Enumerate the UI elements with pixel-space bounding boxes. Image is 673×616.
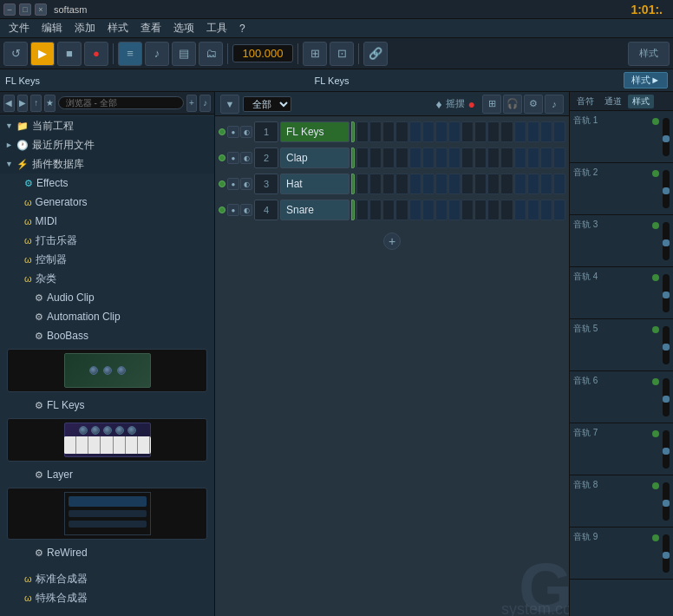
menu-edit[interactable]: 编辑: [36, 19, 68, 37]
step[interactable]: [487, 121, 500, 142]
step[interactable]: [540, 174, 552, 194]
loop-button[interactable]: ↺: [3, 42, 28, 66]
pattern-button[interactable]: ≡: [118, 42, 142, 66]
mixer-track-9-fader[interactable]: [663, 534, 670, 573]
menu-options[interactable]: 选项: [168, 19, 199, 37]
step[interactable]: [448, 147, 461, 168]
track-4-mute[interactable]: ●: [227, 204, 239, 216]
mixer-track-3-fader[interactable]: [663, 222, 670, 260]
track-2-name[interactable]: Clap: [280, 147, 350, 168]
style-button[interactable]: 样式: [628, 42, 670, 66]
step[interactable]: [356, 200, 369, 220]
record-button[interactable]: ●: [84, 42, 108, 66]
step[interactable]: [474, 200, 487, 220]
sidebar-item-plugin-db[interactable]: ▼ ⚡ 插件数据库: [0, 154, 214, 174]
step[interactable]: [461, 174, 474, 194]
menu-file[interactable]: 文件: [3, 19, 35, 37]
step[interactable]: [514, 121, 526, 142]
sidebar-item-drums[interactable]: ω 打击乐器: [0, 231, 214, 250]
sidebar-item-generators[interactable]: ω Generators: [0, 193, 214, 212]
mixer-track-8-fader[interactable]: [663, 482, 670, 521]
mixer-track-4-fader[interactable]: [663, 274, 670, 312]
sidebar-item-midi[interactable]: ω MIDI: [0, 212, 214, 231]
search-input[interactable]: [58, 96, 184, 109]
step[interactable]: [382, 200, 395, 220]
step[interactable]: [435, 200, 448, 220]
mixer-tab-notes[interactable]: 音符: [572, 95, 598, 108]
sidebar-back-button[interactable]: ◀: [3, 95, 15, 112]
step[interactable]: [527, 200, 539, 220]
step[interactable]: [435, 121, 448, 142]
mixer-track-6-fader[interactable]: [663, 378, 670, 416]
sidebar-item-automation-clip[interactable]: ⚙ Automation Clip: [0, 307, 214, 326]
sidebar-item-fl-keys[interactable]: ⚙ FL Keys: [0, 396, 214, 415]
seq-arrow-button[interactable]: ▼: [220, 95, 239, 114]
track-1-solo[interactable]: ◐: [240, 126, 252, 138]
step[interactable]: [369, 200, 382, 220]
mixer-track-7-fader[interactable]: [663, 430, 670, 469]
sidebar-item-ctrl[interactable]: ω 控制器: [0, 250, 214, 269]
step[interactable]: [356, 121, 369, 142]
stop-button[interactable]: ■: [57, 42, 82, 66]
track-3-name[interactable]: Hat: [280, 174, 350, 194]
mixer-button[interactable]: ▤: [172, 42, 196, 66]
play-button[interactable]: ▶: [30, 42, 55, 66]
track-1-name[interactable]: FL Keys ▌: [280, 121, 350, 142]
menu-help[interactable]: ?: [234, 21, 251, 36]
step[interactable]: [461, 200, 474, 220]
seq-grid-button[interactable]: ⊞: [482, 95, 501, 114]
step[interactable]: [500, 147, 513, 168]
step[interactable]: [461, 147, 474, 168]
step[interactable]: [553, 147, 565, 168]
step[interactable]: [409, 121, 421, 142]
mixer-track-2-fader[interactable]: [663, 170, 670, 208]
step[interactable]: [409, 147, 421, 168]
step[interactable]: [514, 147, 526, 168]
sidebar-item-std-synth[interactable]: ω 标准合成器: [0, 569, 214, 588]
sidebar-item-recent-files[interactable]: ► 🕐 最近所用文件: [0, 135, 214, 154]
step[interactable]: [409, 174, 421, 194]
step[interactable]: [553, 200, 565, 220]
sidebar-item-boobass[interactable]: ⚙ BooBass: [0, 326, 214, 345]
menu-view[interactable]: 查看: [135, 19, 167, 37]
mixer-tab-style[interactable]: 样式: [628, 95, 654, 108]
step[interactable]: [527, 121, 539, 142]
add-track-button[interactable]: +: [383, 233, 401, 250]
step[interactable]: [448, 200, 461, 220]
step[interactable]: [553, 174, 565, 194]
minimize-button[interactable]: –: [3, 3, 16, 16]
track-1-vol[interactable]: [351, 121, 355, 142]
step[interactable]: [395, 174, 408, 194]
step[interactable]: [514, 174, 526, 194]
step[interactable]: [540, 200, 552, 220]
step[interactable]: [487, 200, 500, 220]
step[interactable]: [369, 121, 382, 142]
step[interactable]: [514, 200, 526, 220]
track-2-vol[interactable]: [351, 147, 355, 168]
step[interactable]: [382, 147, 395, 168]
track-2-solo[interactable]: ◐: [240, 152, 252, 164]
step[interactable]: [448, 174, 461, 194]
step[interactable]: [422, 200, 435, 220]
sidebar-item-effects[interactable]: ⚙ Effects: [0, 174, 214, 193]
step[interactable]: [435, 147, 448, 168]
track-3-vol[interactable]: [351, 174, 355, 194]
seq-headphone-button[interactable]: 🎧: [503, 95, 522, 114]
step[interactable]: [395, 147, 408, 168]
menu-add[interactable]: 添加: [69, 19, 101, 37]
sidebar-item-rewired[interactable]: ⚙ ReWired: [0, 543, 214, 562]
step[interactable]: [461, 121, 474, 142]
track-2-mute[interactable]: ●: [227, 152, 239, 164]
step[interactable]: [527, 147, 539, 168]
step[interactable]: [500, 121, 513, 142]
step[interactable]: [356, 147, 369, 168]
step[interactable]: [474, 174, 487, 194]
step[interactable]: [553, 121, 565, 142]
step[interactable]: [500, 174, 513, 194]
step[interactable]: [382, 174, 395, 194]
track-1-mute[interactable]: ●: [227, 126, 239, 138]
step[interactable]: [409, 200, 421, 220]
seq-pattern-dropdown[interactable]: 全部: [243, 96, 291, 112]
maximize-button[interactable]: □: [19, 3, 31, 16]
mixer-track-5-fader[interactable]: [663, 326, 670, 364]
